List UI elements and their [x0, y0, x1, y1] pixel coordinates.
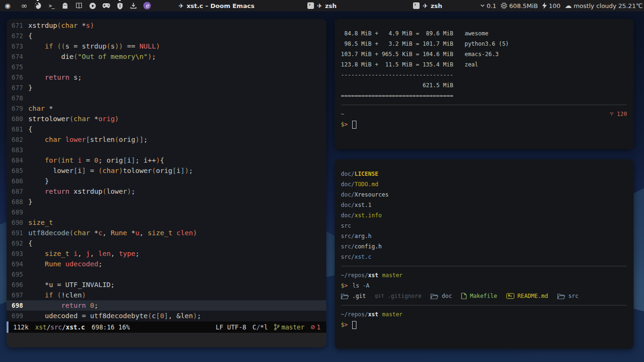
folder-icon: [430, 293, 438, 299]
scroll-percent: 16%: [118, 323, 130, 331]
file-icon: [461, 293, 467, 299]
code-line: 689: [7, 207, 326, 217]
file-name: arg.h: [355, 231, 372, 241]
power-bolt-icon: [542, 2, 547, 9]
ls-entry: git.gitignore: [375, 291, 421, 301]
dir-prefix: doc/: [341, 179, 355, 189]
list-item: doc/xst.1: [341, 200, 627, 210]
line-number: 682: [7, 136, 28, 143]
process-name: emacs-26.3: [464, 49, 498, 59]
code-line: 676 return s;: [7, 72, 326, 82]
code-line: 694 Rune udecoded;: [7, 259, 326, 269]
tag-download-icon[interactable]: [129, 1, 138, 10]
tag-firefox-icon[interactable]: [33, 1, 42, 10]
status-widgets: 0.1 608.5MiB 100 ☁ mostly cloudy 25.21℃ …: [480, 0, 644, 20]
list-item: doc/Xresources: [341, 189, 627, 200]
line-number: 695: [7, 271, 28, 278]
weather-widget[interactable]: ☁ mostly cloudy 25.21℃: [565, 1, 643, 10]
window-title: xst.c – Doom Emacs: [187, 2, 255, 9]
code-line: 687 return xstrdup(lower);: [7, 186, 326, 197]
code-line: 678: [7, 93, 326, 103]
code-buffer[interactable]: 671xstrdup(char *s)672{673 if ((s = strd…: [7, 19, 326, 321]
window-title: zsh: [325, 2, 337, 9]
line-number: 699: [7, 312, 28, 320]
buffer-path: xst/src/xst.c: [35, 323, 85, 331]
prompt-separator: [341, 305, 627, 305]
tag-terminal-icon[interactable]: >_: [47, 1, 56, 10]
code-line: 690size_t: [7, 217, 326, 228]
tasklist-item-2[interactable]: ✈zsh: [375, 2, 480, 9]
file-name: TODO.md: [355, 179, 379, 189]
code-line: 695: [7, 269, 326, 280]
ls-output: .gitgit.gitignoredocMakefileM↓README.mds…: [341, 291, 627, 301]
code-line: 674 die("Out of memory\n");: [7, 51, 326, 62]
list-item: doc/xst.info: [341, 210, 627, 221]
line-number: 673: [7, 42, 28, 50]
process-name: python3.6 (5): [464, 39, 509, 49]
window-flag-icon: ✈: [422, 2, 428, 9]
git-branch: master: [274, 323, 305, 331]
launcher-icon[interactable]: ◉: [5, 2, 10, 9]
code-line: 677}: [7, 82, 326, 93]
ls-entry: .git: [341, 291, 366, 301]
code-line: 682 char lower[strlen(orig)];: [7, 134, 326, 145]
flycheck-errors[interactable]: ⊘ 1: [311, 323, 321, 331]
line-number: 694: [7, 260, 28, 268]
dir-prefix: src/: [341, 231, 355, 241]
ls-entry: M↓README.md: [506, 291, 548, 301]
psmem-row: 123.8 MiB + 11.5 MiB = 135.4 MiBzeal: [341, 59, 627, 70]
terminal-cursor[interactable]: [352, 321, 356, 329]
line-number: 676: [7, 74, 28, 81]
terminal-app-icon: [307, 2, 314, 9]
line-number: 686: [7, 177, 28, 185]
terminal-window-bottom[interactable]: doc/LICENSEdoc/TODO.mddoc/Xresourcesdoc/…: [335, 159, 634, 349]
psmem-equals: =================================: [341, 90, 453, 101]
emacs-window[interactable]: 671xstrdup(char *s)672{673 if ((s = strd…: [7, 19, 326, 347]
line-number: 671: [7, 22, 28, 29]
emacs-modeline: 112k xst/src/xst.c 698:16 16% LF UTF-8 C…: [7, 321, 326, 333]
code-line: 691utf8decode(char *c, Rune *u, size_t c…: [7, 228, 326, 238]
process-name: awesome: [464, 28, 488, 39]
code-line: 679char *: [7, 103, 326, 114]
memory-widget[interactable]: 608.5MiB: [501, 2, 538, 9]
line-number: 693: [7, 250, 28, 257]
chevron-down-icon: [480, 4, 485, 7]
code-line: 699 udecoded = utf8decodebyte(c[0], &len…: [7, 311, 326, 321]
dir-prefix: src/: [341, 241, 355, 252]
tag-book-icon[interactable]: [74, 1, 83, 10]
terminal-cursor[interactable]: [352, 121, 356, 129]
version-widget[interactable]: 0.1: [480, 2, 496, 9]
terminal-window-top[interactable]: 84.8 MiB + 4.9 MiB = 89.6 MiBawesome 98.…: [335, 19, 634, 149]
major-mode[interactable]: C/*l: [253, 323, 268, 331]
process-name: zeal: [464, 59, 478, 70]
line-number: 677: [7, 84, 28, 91]
tag-infinity-icon[interactable]: ∞: [20, 1, 28, 10]
code-line: 680strtolower(char *orig): [7, 114, 326, 124]
line-number: 687: [7, 188, 28, 195]
code-line: 697 if (!clen): [7, 290, 326, 300]
git-icon: git: [375, 291, 384, 301]
psmem-output: 84.8 MiB + 4.9 MiB = 89.6 MiBawesome 98.…: [341, 28, 627, 70]
tasklist-item-1[interactable]: ✈zsh: [269, 2, 375, 9]
tasklist: ✈xst.c – Doom Emacs✈zsh✈zsh: [164, 2, 480, 9]
cloud-icon: ☁: [565, 1, 572, 10]
tasklist-item-0[interactable]: ✈xst.c – Doom Emacs: [164, 2, 269, 9]
list-item: doc/TODO.md: [341, 179, 627, 189]
file-name: xst.info: [355, 210, 382, 221]
ls-entry-label: README.md: [518, 291, 548, 301]
prompt-arrow: >: [344, 119, 347, 130]
line-number: 696: [7, 281, 28, 288]
line-number: 681: [7, 125, 28, 133]
dir-prefix: doc/: [341, 189, 355, 200]
battery-widget[interactable]: 100: [542, 2, 561, 9]
tag-gamepad-icon[interactable]: [102, 1, 110, 10]
tag-play-icon[interactable]: [88, 1, 97, 10]
line-number: 689: [7, 208, 28, 216]
tag-emacs-icon[interactable]: e: [143, 1, 151, 10]
list-item: src/config.h: [341, 241, 627, 252]
tag-shield-icon[interactable]: [116, 1, 124, 10]
file-name: Xresources: [355, 189, 388, 200]
line-number: 688: [7, 198, 28, 206]
code-line: 685 lower[i] = (char)tolower(orig[i]);: [7, 165, 326, 176]
tag-ghost-icon[interactable]: [61, 1, 69, 10]
